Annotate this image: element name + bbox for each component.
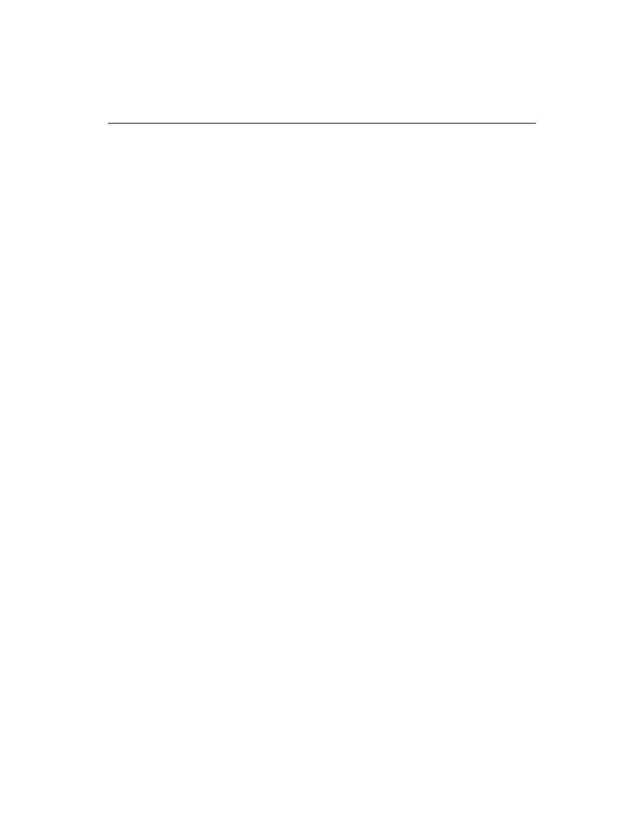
horizontal-rule (108, 123, 536, 124)
